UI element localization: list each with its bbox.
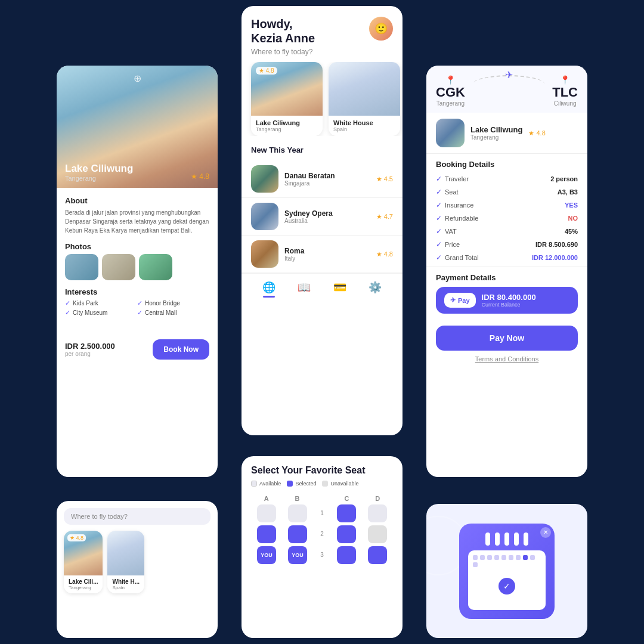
seat-2a[interactable] [257, 525, 276, 543]
booking-dest-text: Lake Ciliwung Tangerang [470, 125, 522, 141]
nav-book-icon[interactable]: 📖 [298, 281, 311, 298]
nav-card-icon[interactable]: 💳 [333, 281, 346, 298]
seat-1a[interactable] [257, 504, 276, 522]
hero-location: Tangerang [65, 175, 133, 182]
check-icon: ✓ [436, 175, 442, 183]
cal-dots [473, 555, 541, 567]
seat-3b[interactable]: YOU [288, 546, 307, 564]
col-b: B [287, 495, 307, 502]
dot-unavailable [322, 481, 328, 487]
check-icon: ✓ [436, 240, 442, 249]
cal-ring-4 [514, 532, 519, 546]
new-this-year-label: New This Year [242, 145, 402, 154]
seat-legend: Available Selected Unavailable [251, 481, 393, 487]
destinations-row: Lake Ciliwung Tangerang ★ 4.8 White Hous… [242, 62, 402, 136]
seat-title: Select Your Favorite Seat [251, 465, 393, 477]
booking-dest-name: Lake Ciliwung [470, 125, 522, 134]
seat-3a[interactable]: YOU [257, 546, 276, 564]
interest-2: ✓Honor Bridge [137, 299, 209, 307]
payment-section: Payment Details ✈ Pay IDR 80.400.000 Cur… [426, 267, 587, 320]
seat-2c[interactable] [337, 525, 356, 543]
thumb-rome [251, 240, 278, 268]
mini-card-white[interactable]: White H... Spain [107, 531, 144, 593]
list-rating-2: ★ 4.7 [376, 213, 393, 221]
pay-amount: IDR 80.400.000 [482, 293, 536, 302]
booking-card: 📍 CGK Tangerang ✈ 📍 TLC Ciliwung Lake Ci… [426, 66, 587, 477]
row-num-3: 3 [319, 552, 325, 558]
list-info-2: Sydney Opera Australia [284, 209, 370, 224]
vat-val: 45% [565, 228, 578, 235]
col-c: C [337, 495, 357, 502]
list-rating-3: ★ 4.8 [376, 250, 393, 258]
photo-2 [102, 254, 135, 280]
dest-name-2: White House [333, 119, 395, 126]
detail-card: ⊕ Lake Ciliwung Tangerang ★ 4.8 About Be… [57, 66, 218, 477]
seat-1b[interactable] [288, 504, 307, 522]
photo-3 [139, 254, 172, 280]
interests-label: Interests [65, 287, 209, 296]
plane-icon: ✈ [505, 69, 513, 80]
list-item-2[interactable]: Sydney Opera Australia ★ 4.7 [242, 198, 402, 236]
pay-now-button[interactable]: Pay Now [436, 326, 578, 351]
check-icon: ✓ [65, 299, 70, 307]
detail-footer: IDR 2.500.000 per orang Book Now [57, 333, 218, 368]
seat-row-1: 1 [251, 504, 393, 522]
origin-city: Tangerang [436, 100, 465, 107]
nav-globe[interactable]: 🌐 [262, 281, 275, 298]
mini-search: Where to fly today? Lake Cili... Tangera… [57, 501, 218, 600]
check-icon: ✓ [137, 299, 143, 307]
cal-check-icon[interactable]: ✓ [499, 578, 515, 595]
greeting-area: Howdy,Kezia Anne Where to fly today? [251, 17, 315, 56]
seat-1c[interactable] [337, 504, 356, 522]
dot-available [251, 481, 257, 487]
list-loc-1: Singajara [284, 180, 370, 187]
mini-rating-1: ★ 4.8 [67, 534, 86, 541]
insurance-val: YES [565, 202, 578, 209]
list-info-3: Roma Italy [284, 247, 370, 262]
list-item-3[interactable]: Roma Italy ★ 4.8 [242, 236, 402, 273]
seat-select-card: Select Your Favorite Seat Available Sele… [242, 456, 402, 638]
check-icon: ✓ [436, 253, 442, 262]
col-d: D [367, 495, 388, 502]
dest-rating-1: ★ 4.8 [256, 67, 277, 75]
seat-3c[interactable] [337, 546, 356, 564]
mini-search-bar[interactable]: Where to fly today? [64, 508, 210, 525]
seat-header: Select Your Favorite Seat Available Sele… [242, 456, 402, 491]
pin-from-icon: 📍 [436, 75, 465, 85]
globe-icon: ⊕ [134, 73, 141, 84]
dest-card-white[interactable]: White House Spain [329, 62, 400, 136]
price-val: IDR 8.500.690 [535, 241, 578, 248]
payment-label: Payment Details [436, 273, 578, 287]
nav-settings-icon[interactable]: ⚙️ [369, 281, 382, 298]
book-now-button[interactable]: Book Now [153, 339, 209, 360]
pay-badge[interactable]: ✈ Pay [444, 293, 476, 308]
list-item-1[interactable]: Danau Beratan Singajara ★ 4.5 [242, 160, 402, 198]
cal-dot [516, 555, 521, 560]
price-value: IDR 2.500.000 [65, 342, 115, 351]
col-num [318, 495, 326, 502]
close-icon[interactable]: ✕ [540, 527, 551, 538]
avatar[interactable]: 🙂 [369, 17, 393, 41]
mini-loc-2: Spain [112, 585, 140, 590]
detail-body: About Berada di jalur jalan provinsi yan… [57, 188, 218, 333]
globe-nav-icon: 🌐 [262, 281, 275, 294]
seat-3d[interactable] [368, 546, 387, 564]
cal-ring-2 [495, 532, 500, 546]
mini-card-venice[interactable]: Lake Cili... Tangerang ★ 4.8 [64, 531, 103, 593]
check-icon: ✓ [436, 201, 442, 209]
interest-1: ✓Kids Park [65, 299, 137, 307]
cal-dot [487, 555, 492, 560]
seat-2b[interactable] [288, 525, 307, 543]
dest-loc-2: Spain [333, 126, 395, 132]
terms-link[interactable]: Terms and Conditions [426, 351, 587, 367]
list-name-2: Sydney Opera [284, 209, 370, 218]
calendar-visual: ✕ ✓ [459, 524, 555, 619]
home-subtitle: Where to fly today? [251, 48, 315, 56]
seat-val: A3, B3 [558, 188, 578, 196]
cal-ring-1 [485, 532, 490, 546]
cal-dot [473, 555, 478, 560]
hero-title: Lake Ciliwung [65, 163, 133, 175]
photos-row [65, 254, 209, 280]
seat-1d[interactable] [368, 504, 387, 522]
dest-card-venice[interactable]: Lake Ciliwung Tangerang ★ 4.8 [251, 62, 323, 136]
